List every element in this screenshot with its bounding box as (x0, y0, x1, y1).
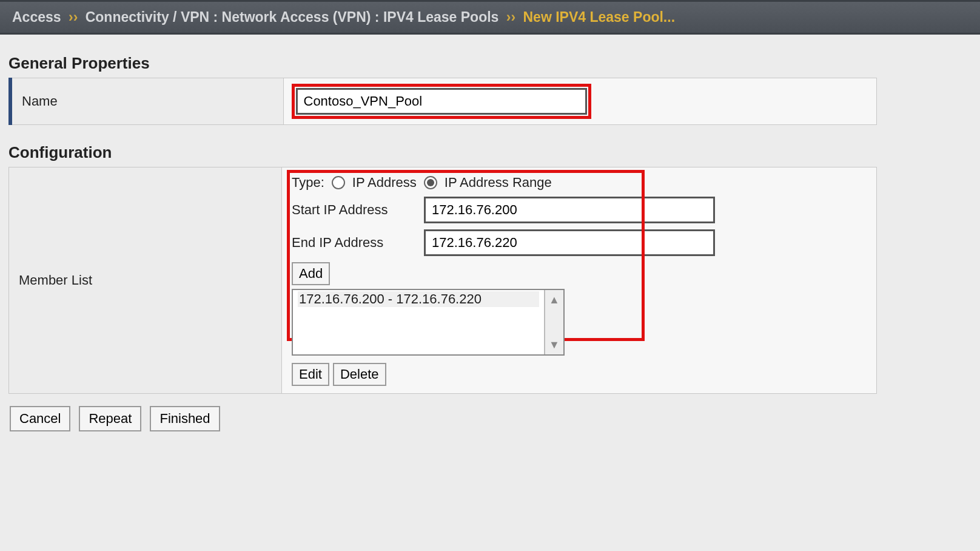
name-input[interactable] (296, 88, 587, 115)
name-label: Name (10, 78, 283, 125)
breadcrumb-part[interactable]: Access (12, 9, 61, 25)
add-button[interactable]: Add (292, 262, 330, 285)
finished-button[interactable]: Finished (150, 406, 220, 431)
breadcrumb: Access ›› Connectivity / VPN : Network A… (0, 0, 980, 35)
breadcrumb-active: New IPV4 Lease Pool... (523, 9, 676, 25)
configuration-table: Member List Type: IP Address IP Address … (8, 167, 877, 394)
start-ip-input[interactable] (424, 197, 715, 223)
list-item[interactable]: 172.16.76.200 - 172.16.76.220 (298, 291, 539, 307)
breadcrumb-separator: ›› (503, 9, 519, 25)
radio-ip-address[interactable] (332, 176, 345, 189)
type-label: Type: (292, 175, 324, 191)
member-list-label: Member List (9, 167, 282, 394)
section-header-config: Configuration (8, 143, 877, 162)
radio-ip-address-label[interactable]: IP Address (352, 175, 417, 191)
delete-button[interactable]: Delete (333, 363, 386, 386)
radio-ip-range-label[interactable]: IP Address Range (445, 175, 552, 191)
scroll-up-icon[interactable]: ▲ (545, 290, 563, 309)
breadcrumb-part[interactable]: Connectivity / VPN : Network Access (VPN… (86, 9, 499, 25)
listbox-scrollbar[interactable]: ▲ ▼ (544, 290, 563, 354)
repeat-button[interactable]: Repeat (79, 406, 141, 431)
radio-ip-range[interactable] (424, 176, 437, 189)
section-header-general: General Properties (8, 54, 877, 73)
breadcrumb-separator: ›› (65, 9, 81, 25)
start-ip-label: Start IP Address (292, 202, 419, 218)
general-properties-table: Name (8, 78, 877, 125)
end-ip-input[interactable] (424, 229, 715, 256)
member-listbox[interactable]: 172.16.76.200 - 172.16.76.220 ▲ ▼ (292, 289, 565, 356)
highlight-box-name (294, 86, 589, 117)
cancel-button[interactable]: Cancel (10, 406, 70, 431)
scroll-down-icon[interactable]: ▼ (545, 335, 563, 354)
end-ip-label: End IP Address (292, 235, 419, 251)
edit-button[interactable]: Edit (292, 363, 329, 386)
